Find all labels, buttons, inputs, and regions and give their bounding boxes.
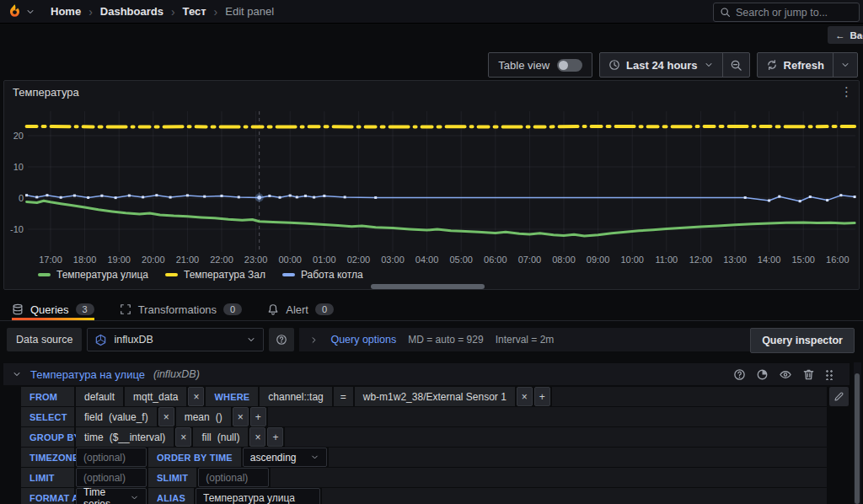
order-by-time-keyword: ORDER BY TIME bbox=[148, 448, 241, 467]
slimit-input[interactable] bbox=[198, 468, 269, 487]
horizontal-scrollbar-thumb[interactable] bbox=[371, 284, 485, 289]
svg-text:07:00: 07:00 bbox=[518, 255, 542, 265]
chevron-down-icon bbox=[704, 60, 714, 70]
remove-fill-button[interactable]: × bbox=[249, 427, 265, 447]
query-inspector-button[interactable]: Query inspector bbox=[750, 328, 855, 353]
back-to-dashboard-button[interactable]: ← Back to d bbox=[828, 26, 863, 44]
group-by-keyword[interactable]: GROUP BY bbox=[21, 427, 74, 447]
alias-input[interactable] bbox=[196, 488, 320, 504]
time-series-chart[interactable]: 17:0018:0019:0020:0021:0022:0023:0000:00… bbox=[6, 106, 859, 270]
where-value-segment[interactable]: wb-m1w2_38/External Sensor 1 bbox=[355, 387, 515, 406]
mean-segment[interactable]: mean() bbox=[176, 407, 231, 426]
remove-time-button[interactable]: × bbox=[175, 427, 191, 447]
svg-text:13:00: 13:00 bbox=[723, 255, 747, 265]
alert-count-badge: 0 bbox=[315, 303, 334, 315]
where-keyword[interactable]: WHERE bbox=[206, 387, 258, 406]
query-name[interactable]: Температура на улице bbox=[30, 368, 145, 381]
svg-text:08:00: 08:00 bbox=[552, 255, 576, 265]
svg-text:01:00: 01:00 bbox=[313, 255, 336, 265]
add-condition-button[interactable]: + bbox=[534, 387, 550, 406]
legend-swatch bbox=[282, 273, 295, 276]
query-history-button[interactable] bbox=[756, 368, 769, 381]
time-interval-segment[interactable]: time($__interval) bbox=[76, 427, 174, 447]
field-segment[interactable]: field(value_f) bbox=[76, 407, 157, 426]
breadcrumb-separator: › bbox=[214, 5, 218, 19]
svg-text:02:00: 02:00 bbox=[347, 255, 371, 265]
remove-measurement-button[interactable]: × bbox=[188, 387, 204, 406]
vertical-scrollbar-thumb[interactable] bbox=[855, 373, 860, 504]
remove-field-button[interactable]: × bbox=[158, 407, 174, 426]
select-row: SELECT field(value_f) × mean() × + bbox=[21, 407, 827, 426]
refresh-group: Refresh bbox=[757, 52, 858, 78]
hide-query-button[interactable] bbox=[779, 368, 792, 381]
question-circle-icon bbox=[276, 334, 287, 346]
collapse-chevron-icon[interactable] bbox=[12, 369, 22, 379]
database-icon bbox=[12, 303, 24, 315]
refresh-interval-dropdown[interactable] bbox=[833, 53, 857, 77]
edit-raw-query-button[interactable] bbox=[829, 387, 849, 406]
chevron-down-icon bbox=[310, 453, 319, 462]
search-input[interactable]: Search or jump to... bbox=[713, 3, 860, 22]
refresh-button[interactable]: Refresh bbox=[758, 53, 833, 77]
query-row-header: Температура на улице (influxDB) bbox=[3, 363, 850, 385]
where-operator-segment[interactable]: = bbox=[334, 387, 353, 406]
where-tag-segment[interactable]: channel::tag bbox=[260, 387, 331, 406]
panel-title[interactable]: Температура bbox=[13, 86, 79, 99]
tab-queries[interactable]: Queries 3 bbox=[12, 298, 94, 320]
max-data-points-value: MD = auto = 929 bbox=[408, 334, 483, 346]
svg-text:04:00: 04:00 bbox=[415, 255, 439, 265]
limit-row: LIMIT SLIMIT bbox=[21, 468, 827, 487]
time-range-button[interactable]: Last 24 hours bbox=[600, 53, 722, 77]
tab-transformations[interactable]: Transformations 0 bbox=[120, 298, 243, 320]
timezone-input[interactable] bbox=[76, 448, 147, 467]
remove-condition-button[interactable]: × bbox=[517, 387, 533, 406]
svg-text:14:00: 14:00 bbox=[758, 255, 781, 265]
search-placeholder: Search or jump to... bbox=[736, 7, 828, 19]
breadcrumb-dashboard-name[interactable]: Тест bbox=[183, 5, 206, 18]
table-view-label: Table view bbox=[498, 59, 549, 72]
panel-menu-kebab-icon[interactable]: ⋮ bbox=[840, 84, 853, 99]
measurement-segment[interactable]: mqtt_data bbox=[125, 387, 186, 406]
query-help-button[interactable] bbox=[733, 368, 746, 381]
datasource-row: Data source influxDB Query options MD = … bbox=[7, 328, 791, 351]
zoom-out-time-button[interactable] bbox=[722, 53, 749, 77]
datasource-picker[interactable]: influxDB bbox=[87, 328, 264, 351]
pie-chart-icon bbox=[756, 368, 769, 381]
legend-item-outdoor-temp[interactable]: Температура улица bbox=[38, 269, 148, 281]
add-select-part-button[interactable]: + bbox=[250, 407, 266, 426]
chevron-right-icon[interactable] bbox=[309, 335, 319, 345]
alias-keyword: ALIAS bbox=[148, 488, 194, 504]
timeseries-panel: Температура ⋮ 17:0018:0019:0020:0021:002… bbox=[3, 80, 860, 290]
order-by-time-select[interactable]: ascending bbox=[243, 448, 327, 467]
top-navigation-bar: Home › Dashboards › Тест › Edit panel Se… bbox=[0, 0, 863, 24]
limit-input[interactable] bbox=[76, 468, 147, 487]
svg-text:05:00: 05:00 bbox=[449, 255, 473, 265]
from-keyword[interactable]: FROM bbox=[21, 387, 74, 406]
remove-query-button[interactable] bbox=[802, 368, 815, 381]
group-by-row: GROUP BY time($__interval) × fill(null) … bbox=[21, 427, 827, 447]
svg-text:03:00: 03:00 bbox=[381, 255, 405, 265]
grafana-logo-icon[interactable] bbox=[7, 3, 23, 19]
svg-text:20: 20 bbox=[13, 131, 24, 141]
query-options-link[interactable]: Query options bbox=[330, 334, 396, 346]
select-keyword[interactable]: SELECT bbox=[21, 407, 74, 426]
breadcrumb-home[interactable]: Home bbox=[51, 5, 81, 18]
svg-text:23:00: 23:00 bbox=[244, 255, 268, 265]
legend-item-hall-temp[interactable]: Температура Зал bbox=[165, 269, 265, 281]
table-view-toggle[interactable] bbox=[557, 59, 582, 72]
search-icon bbox=[720, 7, 731, 18]
svg-text:15:00: 15:00 bbox=[791, 255, 815, 265]
remove-mean-button[interactable]: × bbox=[233, 407, 249, 426]
legend-item-boiler[interactable]: Работа котла bbox=[282, 269, 363, 281]
org-switcher-chevron-icon[interactable] bbox=[25, 7, 35, 17]
svg-text:06:00: 06:00 bbox=[484, 255, 507, 265]
add-group-by-button[interactable]: + bbox=[267, 427, 283, 447]
svg-text:0: 0 bbox=[19, 193, 24, 203]
datasource-help-button[interactable] bbox=[269, 328, 294, 351]
retention-policy-segment[interactable]: default bbox=[76, 387, 123, 406]
fill-segment[interactable]: fill(null) bbox=[193, 427, 248, 447]
drag-handle-icon[interactable] bbox=[825, 369, 833, 380]
breadcrumb-dashboards[interactable]: Dashboards bbox=[100, 5, 163, 18]
format-as-select[interactable]: Time series bbox=[76, 488, 147, 504]
tab-alert[interactable]: Alert 0 bbox=[267, 298, 334, 320]
